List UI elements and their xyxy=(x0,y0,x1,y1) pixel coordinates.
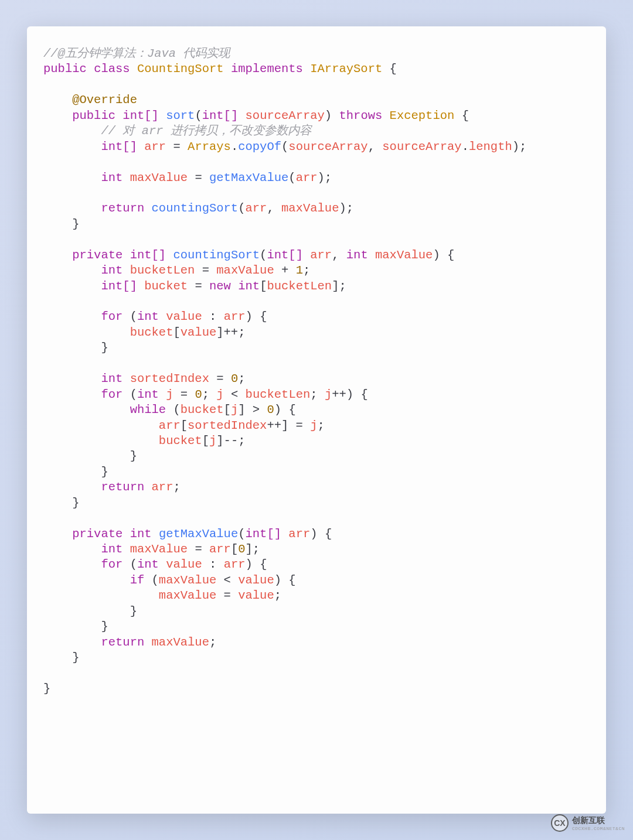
comment-copy: // 对 arr 进行拷贝，不改变参数内容 xyxy=(101,124,311,138)
cls-countingsort: CountingSort xyxy=(137,62,224,76)
code-card: //@五分钟学算法：Java 代码实现 public class Countin… xyxy=(27,26,606,814)
annotation-override: @Override xyxy=(72,93,137,107)
kw-public: public xyxy=(43,62,87,76)
watermark-brand: 创新互联 xyxy=(572,815,605,825)
method-countingsort: countingSort xyxy=(173,248,260,262)
watermark: CX 创新互联 CDCXHB.COM&NET&CN xyxy=(551,814,625,832)
watermark-logo-icon: CX xyxy=(551,814,569,832)
kw-class: class xyxy=(94,62,130,76)
watermark-sub: CDCXHB.COM&NET&CN xyxy=(572,826,625,831)
comment-header: //@五分钟学算法：Java 代码实现 xyxy=(43,47,230,60)
cls-iarraysort: IArraySort xyxy=(310,62,382,76)
code-block: //@五分钟学算法：Java 代码实现 public class Countin… xyxy=(43,46,590,696)
kw-implements: implements xyxy=(231,62,303,76)
method-getmaxvalue: getMaxValue xyxy=(159,527,238,541)
method-sort: sort xyxy=(166,109,195,122)
